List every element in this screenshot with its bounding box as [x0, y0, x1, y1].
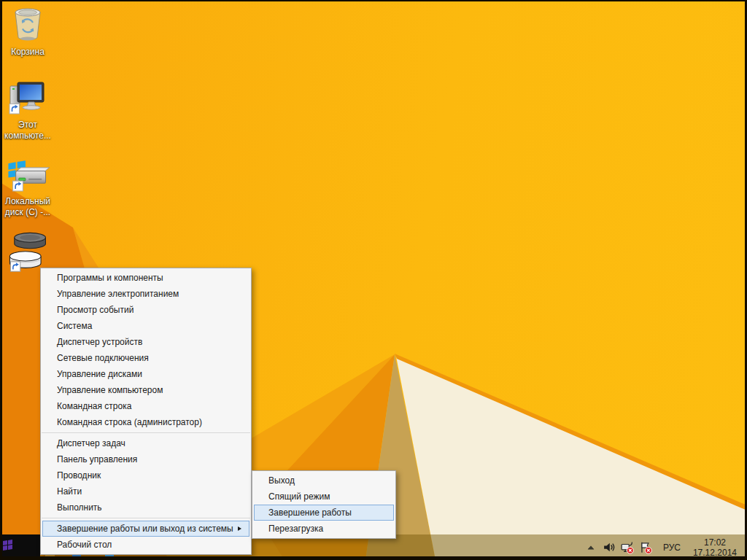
menu-item-label: Сетевые подключения [57, 353, 246, 363]
local-disk-icon [6, 158, 50, 195]
menu-item-label: Перезагрузка [268, 524, 390, 534]
desktop-icon-label: Локальныйдиск (C) -... [5, 196, 50, 218]
menu-item-label: Управление дисками [57, 369, 246, 379]
winx-menu-separator [42, 518, 250, 518]
menu-item-label: Система [57, 321, 246, 331]
winx-menu-item-11[interactable]: Диспетчер задач [42, 435, 249, 451]
winx-menu-item-0[interactable]: Программы и компоненты [42, 270, 249, 286]
menu-item-label: Диспетчер задач [57, 438, 246, 448]
speaker-icon[interactable] [603, 541, 616, 554]
menu-item-label: Завершение работы [268, 508, 390, 518]
winx-menu-item-2[interactable]: Просмотр событий [42, 302, 249, 318]
menu-item-label: Рабочий стол [57, 540, 246, 550]
winx-menu-item-5[interactable]: Сетевые подключения [42, 350, 249, 366]
screen-frame [0, 0, 747, 1]
menu-item-label: Управление электропитанием [57, 289, 246, 299]
system-tray: РУС 17:02 17.12.2014 [584, 534, 737, 560]
chevron-right-icon [238, 526, 241, 531]
winx-menu-item-3[interactable]: Система [42, 318, 249, 334]
menu-item-label: Панель управления [57, 454, 246, 464]
winx-menu-item-6[interactable]: Управление дисками [42, 366, 249, 382]
network-error-icon[interactable] [621, 541, 634, 554]
winx-menu-item-9[interactable]: Командная строка (администратор) [42, 414, 249, 430]
desktop-icon-recycle-bin[interactable]: Корзина [0, 6, 57, 58]
desktop-icon-this-pc[interactable]: Этоткомпьюте... [0, 80, 57, 141]
winx-menu-item-12[interactable]: Панель управления [42, 451, 249, 467]
recycle-bin-icon [8, 6, 47, 45]
action-center-error-icon[interactable] [639, 541, 652, 554]
winx-menu-item-8[interactable]: Командная строка [42, 398, 249, 414]
windows-start-icon [3, 540, 12, 551]
menu-item-label: Выход [268, 475, 390, 486]
menu-item-label: Командная строка [57, 401, 246, 411]
winx-menu-item-18[interactable]: Рабочий стол [42, 537, 249, 553]
taskbar-pinned-icon[interactable] [105, 554, 114, 559]
winx-menu-item-15[interactable]: Выполнить [42, 499, 249, 516]
shutdown-submenu: ВыходСпящий режимЗавершение работыПереза… [252, 470, 396, 539]
menu-item-label: Управление компьютером [57, 385, 246, 395]
winx-menu-item-7[interactable]: Управление компьютером [42, 382, 249, 398]
taskbar-pinned-icon[interactable] [72, 554, 81, 559]
shutdown-submenu-item-0[interactable]: Выход [254, 472, 394, 489]
this-pc-icon [7, 80, 48, 118]
winx-menu-item-1[interactable]: Управление электропитанием [42, 286, 249, 302]
winx-menu-item-14[interactable]: Найти [42, 483, 249, 499]
menu-item-label: Спящий режим [268, 491, 390, 502]
taskbar-pinned-icon[interactable] [45, 554, 55, 559]
menu-item-label: Диспетчер устройств [57, 337, 246, 347]
menu-item-label: Выполнить [57, 502, 246, 513]
desktop-icon-label: Корзина [11, 47, 44, 58]
desktop-icon-local-disk-c[interactable]: Локальныйдиск (C) -... [0, 158, 57, 218]
shutdown-submenu-item-2[interactable]: Завершение работы [254, 505, 394, 521]
clock-time: 17:02 [704, 537, 726, 548]
menu-item-label: Командная строка (администратор) [57, 417, 246, 427]
shutdown-submenu-item-3[interactable]: Перезагрузка [254, 521, 394, 537]
winx-menu-item-4[interactable]: Диспетчер устройств [42, 334, 249, 350]
winx-menu-separator [42, 432, 250, 433]
chevron-up-icon[interactable] [584, 541, 597, 554]
clock-date: 17.12.2014 [693, 548, 737, 558]
language-indicator[interactable]: РУС [663, 542, 681, 553]
desktop-icon-label: Этоткомпьюте... [4, 120, 51, 141]
menu-item-label: Программы и компоненты [57, 273, 246, 283]
desktop[interactable]: Корзина [0, 0, 747, 560]
start-button[interactable] [0, 534, 40, 560]
shutdown-submenu-item-1[interactable]: Спящий режим [254, 489, 394, 505]
winx-menu: Программы и компонентыУправление электро… [40, 268, 252, 555]
menu-item-label: Проводник [57, 470, 246, 481]
menu-item-label: Просмотр событий [57, 305, 246, 315]
taskbar-clock[interactable]: 17:02 17.12.2014 [693, 537, 737, 558]
menu-item-label: Завершение работы или выход из системы [57, 524, 238, 534]
winx-menu-item-13[interactable]: Проводник [42, 467, 249, 483]
winx-menu-item-17[interactable]: Завершение работы или выход из системы [42, 521, 249, 537]
menu-item-label: Найти [57, 486, 246, 497]
